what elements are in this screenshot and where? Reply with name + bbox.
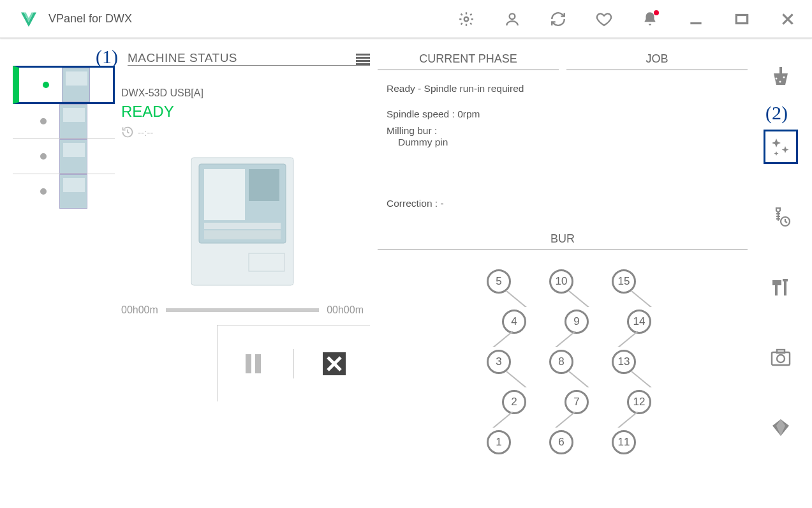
app-title: VPanel for DWX (48, 12, 132, 26)
bur-column: 109876 (550, 269, 575, 454)
svg-line-24 (569, 371, 591, 387)
machine-icon (62, 68, 90, 102)
svg-rect-30 (779, 67, 782, 73)
divider (293, 349, 294, 378)
maximize-icon (734, 11, 750, 27)
current-phase-card: CURRENT PHASE Ready - Spindle run-in req… (378, 51, 559, 223)
gear-icon (458, 11, 475, 27)
user-icon (504, 11, 520, 27)
bur-slot[interactable]: 5 (487, 269, 511, 294)
favorite-button[interactable] (586, 6, 622, 32)
bur-grid: 543211098761514131211 (378, 250, 748, 454)
bur-slot[interactable]: 6 (549, 430, 573, 454)
machine-thumb-2[interactable] (13, 104, 115, 139)
svg-line-29 (616, 412, 638, 428)
diamond-icon (770, 417, 792, 438)
job-card: JOB (566, 51, 748, 223)
bur-slot[interactable]: 15 (612, 269, 636, 294)
milling-tool-button[interactable] (768, 64, 794, 89)
svg-rect-38 (784, 280, 786, 295)
bur-slot[interactable]: 13 (612, 350, 636, 374)
history-icon (121, 126, 134, 138)
minimize-button[interactable] (678, 6, 714, 32)
progress-start: 00h00m (121, 304, 158, 316)
svg-line-20 (506, 371, 528, 387)
bur-slot[interactable]: 14 (627, 310, 651, 334)
bur-slot[interactable]: 2 (502, 390, 526, 414)
machine-icon (59, 174, 87, 209)
phase-correction: Correction : - (387, 198, 550, 209)
bur-card: BUR 543211098761514131211 (378, 231, 748, 495)
svg-point-34 (779, 81, 781, 83)
device-name: DWX-53D USB[A] (121, 87, 370, 99)
machine-thumb-3[interactable] (13, 139, 115, 174)
phase-milling-value: Dummy pin (387, 137, 550, 148)
screw-clock-icon (770, 206, 792, 228)
diamond-button[interactable] (768, 415, 794, 440)
job-body (566, 70, 748, 96)
phase-milling-label: Milling bur : (387, 125, 550, 137)
bur-slot[interactable]: 12 (627, 390, 651, 414)
progress-end: 00h00m (327, 304, 364, 316)
machine-icon (59, 139, 87, 174)
progress-bar[interactable] (166, 308, 319, 312)
bur-slot[interactable]: 4 (502, 310, 526, 334)
bur-slot[interactable]: 3 (487, 350, 511, 374)
machine-thumb-4[interactable] (13, 174, 115, 209)
settings-button[interactable] (448, 6, 484, 32)
notification-dot (654, 10, 659, 15)
title-bar: VPanel for DWX (0, 0, 812, 38)
user-button[interactable] (494, 6, 530, 32)
svg-point-33 (783, 77, 785, 78)
bur-slot[interactable]: 1 (487, 430, 511, 454)
machine-preview (115, 138, 370, 304)
machine-thumb-1[interactable] (13, 66, 115, 104)
elapsed-value: --:-- (138, 127, 153, 138)
hammer-icon (770, 276, 792, 298)
svg-line-26 (631, 291, 653, 307)
svg-point-0 (464, 17, 469, 21)
stop-button[interactable] (320, 349, 349, 378)
svg-line-21 (491, 412, 513, 428)
svg-rect-8 (204, 169, 245, 220)
svg-point-1 (510, 13, 515, 19)
camera-button[interactable] (768, 345, 794, 370)
svg-line-22 (569, 291, 591, 307)
phase-spindle: Spindle speed : 0rpm (387, 108, 550, 120)
notifications-button[interactable] (632, 6, 668, 32)
bur-slot[interactable]: 8 (549, 350, 573, 374)
refresh-icon (550, 11, 566, 27)
tools-button[interactable] (768, 274, 794, 300)
machine-status-label: READY (121, 103, 370, 121)
camera-icon (770, 347, 792, 368)
svg-rect-3 (736, 15, 747, 23)
refresh-button[interactable] (540, 6, 576, 32)
cleanup-button[interactable]: (2) (768, 134, 794, 160)
bur-slot[interactable]: 7 (565, 390, 589, 414)
bur-slot[interactable]: 11 (612, 430, 636, 454)
status-dot-green (43, 82, 49, 88)
pause-button[interactable] (239, 349, 268, 378)
progress-row: 00h00m 00h00m (115, 304, 370, 325)
machine-image (185, 151, 300, 292)
screw-time-button[interactable] (768, 204, 794, 230)
svg-rect-9 (249, 169, 279, 201)
bur-column: 1514131211 (613, 269, 637, 454)
elapsed-time: --:-- (121, 126, 370, 138)
svg-line-23 (554, 331, 575, 347)
svg-rect-11 (204, 230, 281, 239)
sparkle-icon (770, 136, 792, 158)
list-menu-button[interactable] (356, 54, 370, 65)
status-dot-grey (40, 118, 47, 124)
close-button[interactable] (770, 6, 806, 32)
machine-detail: DWX-53D USB[A] READY --:-- (115, 66, 370, 138)
svg-point-32 (776, 78, 778, 80)
maximize-button[interactable] (724, 6, 760, 32)
svg-rect-36 (775, 284, 778, 295)
bur-slot[interactable]: 10 (549, 269, 573, 294)
stop-x-icon (321, 351, 347, 377)
annotation-2: (2) (765, 102, 788, 124)
svg-point-41 (777, 355, 785, 362)
svg-rect-10 (204, 223, 281, 229)
bur-slot[interactable]: 9 (565, 310, 589, 334)
